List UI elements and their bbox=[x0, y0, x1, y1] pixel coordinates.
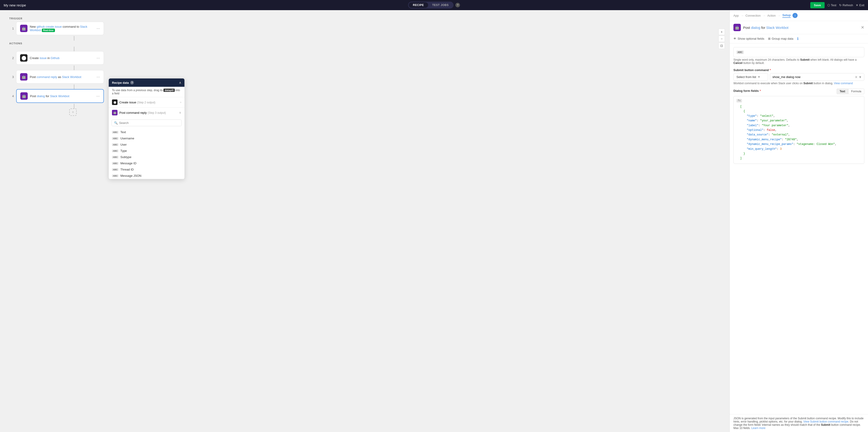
form-group-dialog-fields: Dialog form fields * Text Formula fx [ {… bbox=[734, 89, 864, 164]
realtime-badge: Real-time bbox=[42, 29, 55, 32]
help-icon-options[interactable]: ℹ bbox=[797, 36, 799, 41]
test-button[interactable]: ⬡ Test bbox=[827, 3, 836, 7]
cmd-clear-icon[interactable]: ✕ bbox=[855, 75, 858, 79]
tab-toggle-area: RECIPE TEST JOBS ? bbox=[408, 2, 460, 8]
step-card-4[interactable]: 🤖 Post dialog for Slack Workbot ··· bbox=[16, 89, 104, 103]
connector-2 bbox=[74, 66, 74, 70]
zoom-out-button[interactable]: − bbox=[718, 36, 725, 42]
breadcrumb-connection[interactable]: Connection bbox=[745, 14, 761, 17]
step-icon-4: 🤖 bbox=[20, 92, 28, 100]
learn-more-link[interactable]: Learn more bbox=[751, 427, 765, 430]
cmd-input[interactable] bbox=[772, 73, 855, 80]
datapill-desc: To use data from a previous step, drag i… bbox=[109, 87, 184, 97]
datapill-item-threadid[interactable]: ABC Thread ID bbox=[109, 166, 184, 173]
datapill-title: Recipe data bbox=[112, 81, 129, 85]
panel-close-button[interactable]: ✕ bbox=[861, 25, 864, 30]
submit-cmd-row: Select from list ▼ ✕ ▼ bbox=[734, 73, 864, 81]
panel-title-dialog-link[interactable]: dialog bbox=[751, 26, 760, 30]
show-optional-button[interactable]: 👁 Show optional fields bbox=[734, 37, 764, 40]
datapill-header-left: Recipe data ? bbox=[112, 81, 134, 85]
step-link-issue[interactable]: issue bbox=[40, 56, 46, 60]
step-card-3[interactable]: 🤖 Post command reply as Slack Workbot ··… bbox=[16, 70, 104, 84]
datapill-search-box[interactable]: 🔍 bbox=[112, 120, 182, 126]
datapill-step-3-header[interactable]: 🤖 Post command reply (Step 3 output) ∨ bbox=[109, 107, 184, 118]
step-icon-3: 🤖 bbox=[20, 73, 28, 80]
step-card-1[interactable]: 🤖 New github create issue command to Sla… bbox=[16, 22, 104, 35]
step-more-1[interactable]: ··· bbox=[96, 26, 100, 31]
right-panel: App → Connection → Action → Setup i 🤖 Po… bbox=[730, 10, 868, 432]
code-line-2: "type": "select", bbox=[736, 114, 861, 119]
datapill-item-messagejson[interactable]: ABC Message JSON bbox=[109, 173, 184, 179]
step-more-4[interactable]: ··· bbox=[96, 94, 100, 99]
code-editor[interactable]: fx [ { "type": "select", "name": "your_p… bbox=[734, 96, 864, 164]
step-link-cmd-reply[interactable]: command reply bbox=[37, 75, 57, 79]
cmd-input-wrapper: ✕ ▼ bbox=[770, 73, 864, 81]
datapill-step-2-header[interactable]: ⬤ Create issue (Step 2 output) › bbox=[109, 97, 184, 107]
fit-screen-button[interactable]: ⊡ bbox=[718, 42, 725, 49]
text-mode-button[interactable]: Text bbox=[837, 89, 848, 94]
breadcrumb-app[interactable]: App bbox=[734, 14, 739, 17]
datapill-item-text[interactable]: ABC Text bbox=[109, 129, 184, 135]
submit-cmd-label: Submit button command * bbox=[734, 68, 864, 72]
panel-title-row: 🤖 Post dialog for Slack Workbot ✕ bbox=[730, 21, 868, 34]
code-line-1: { bbox=[736, 109, 861, 113]
help-icon[interactable]: ? bbox=[455, 3, 460, 7]
code-line-4: "label": "Your parameter", bbox=[736, 123, 861, 128]
main-layout: + − ⊡ TRIGGER 1 🤖 New github create issu… bbox=[0, 10, 868, 432]
breadcrumb-setup[interactable]: Setup bbox=[782, 13, 790, 18]
step-text-3: Post command reply as Slack Workbot bbox=[30, 75, 94, 79]
datapill-close-icon[interactable]: ∧ bbox=[179, 81, 181, 85]
cmd-dropdown-icon[interactable]: ▼ bbox=[859, 75, 862, 79]
save-button[interactable]: Save bbox=[810, 2, 825, 8]
panel-title: Post dialog for Slack Workbot bbox=[743, 26, 859, 30]
datapill-step-2-label: Create issue bbox=[119, 101, 136, 104]
datapill-item-type[interactable]: ABC Type bbox=[109, 148, 184, 154]
select-from-list-dropdown[interactable]: Select from list ▼ bbox=[734, 73, 768, 81]
datapill-item-subtype[interactable]: ABC Subtype bbox=[109, 154, 184, 160]
search-icon: 🔍 bbox=[114, 121, 118, 125]
datapill-item-username[interactable]: ABC Username bbox=[109, 135, 184, 141]
step-link-github[interactable]: github create issue bbox=[37, 25, 62, 28]
datapill-search-input[interactable] bbox=[119, 121, 179, 125]
breadcrumb-sep-3: → bbox=[777, 14, 780, 17]
app-title: My new recipe bbox=[4, 3, 26, 7]
datapill-help-icon[interactable]: ? bbox=[130, 81, 134, 85]
panel-footer: JSON is generated from the input paramet… bbox=[730, 414, 868, 432]
refresh-button[interactable]: ↻ Refresh bbox=[839, 3, 853, 7]
step-link-slackbot3[interactable]: Slack Workbot bbox=[62, 75, 81, 79]
recipe-canvas: + − ⊡ TRIGGER 1 🤖 New github create issu… bbox=[0, 10, 730, 432]
breadcrumb-action[interactable]: Action bbox=[767, 14, 776, 17]
datapill-item-messageid[interactable]: ABC Message ID bbox=[109, 160, 184, 166]
topbar: My new recipe RECIPE TEST JOBS ? Save ⬡ … bbox=[0, 0, 868, 10]
tab-recipe[interactable]: RECIPE bbox=[409, 2, 428, 8]
cmd-hint: Workbot command to execute when Slack us… bbox=[734, 82, 864, 85]
tab-testjobs[interactable]: TEST JOBS bbox=[428, 2, 453, 8]
datapill-step-2-icon: ⬤ bbox=[112, 99, 118, 105]
group-map-button[interactable]: ⊞ Group map data bbox=[768, 37, 794, 40]
step-card-2[interactable]: ⬤ Create issue in Github ··· bbox=[16, 51, 104, 65]
step-icon-2: ⬤ bbox=[20, 54, 28, 62]
formula-mode-button[interactable]: Formula bbox=[848, 89, 864, 94]
code-line-0: [ bbox=[736, 104, 861, 109]
step-link-github2[interactable]: Github bbox=[51, 56, 59, 60]
connector-actions bbox=[74, 46, 74, 51]
select-chevron-icon: ▼ bbox=[757, 75, 761, 79]
view-submit-command-link[interactable]: View Submit button command recipe bbox=[803, 420, 848, 423]
exit-button[interactable]: ✕ Exit bbox=[856, 3, 864, 7]
code-line-7: "dynamic_menu_recipe": "28748", bbox=[736, 137, 861, 142]
trigger-label: TRIGGER bbox=[9, 17, 720, 20]
datapill-item-user[interactable]: ABC User bbox=[109, 141, 184, 148]
step-more-2[interactable]: ··· bbox=[96, 56, 100, 61]
submit-label-input[interactable]: ABC bbox=[734, 47, 864, 57]
step-num-4: 4 bbox=[9, 94, 14, 98]
refresh-icon: ↻ bbox=[839, 3, 842, 7]
view-command-link[interactable]: View command bbox=[834, 82, 853, 85]
add-step-button[interactable]: + bbox=[69, 108, 76, 116]
zoom-in-button[interactable]: + bbox=[718, 29, 725, 35]
step-link-dialog[interactable]: dialog bbox=[37, 94, 45, 98]
datapill-step-2-chevron: › bbox=[180, 101, 181, 104]
step-more-3[interactable]: ··· bbox=[96, 74, 100, 79]
step-link-slackbot4[interactable]: Slack Workbot bbox=[50, 94, 69, 98]
datapill-step-2-sublabel: Step 2 output bbox=[138, 101, 154, 104]
panel-title-slackbot-link[interactable]: Slack Workbot bbox=[766, 26, 788, 30]
